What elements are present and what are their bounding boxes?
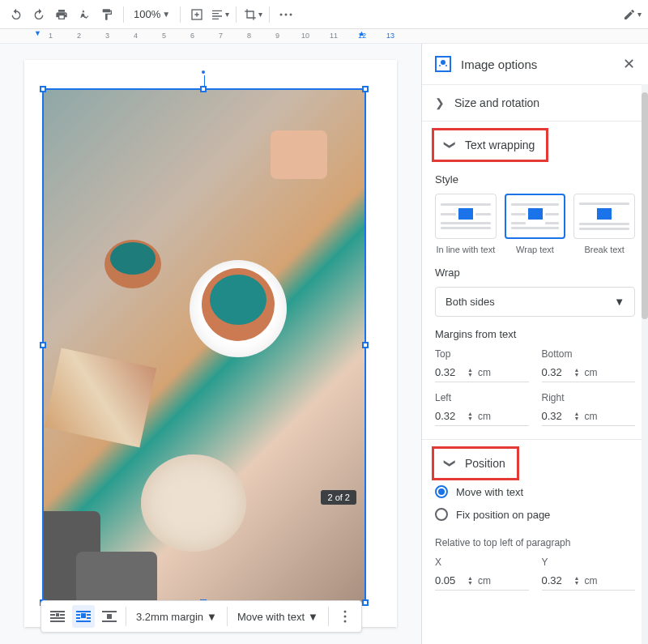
svg-rect-12 [81, 613, 86, 618]
resize-handle-mr[interactable] [362, 342, 369, 348]
style-caption: Wrap text [505, 244, 566, 255]
zoom-dropdown[interactable]: 100%▼ [130, 8, 173, 20]
image-layout-toolbar: 3.2mm margin▼ Move with text▼ [40, 600, 362, 633]
svg-rect-11 [76, 614, 80, 616]
move-value: Move with text [237, 611, 305, 623]
selection-counter: 2 of 2 [321, 490, 356, 505]
field-label: Left [435, 392, 529, 403]
inline-layout-button[interactable] [46, 605, 69, 628]
break-layout-button[interactable] [98, 605, 121, 628]
margin-right-field: Right ▲▼cm [542, 392, 636, 426]
sidebar-header: Image options ✕ [422, 44, 648, 84]
style-caption: In line with text [435, 244, 497, 255]
section-toggle-size[interactable]: ❯ Size and rotation [422, 85, 648, 121]
dropdown-icon: ▼ [614, 296, 625, 308]
radio-label: Fix position on page [456, 509, 550, 521]
crop-button[interactable]: ▾ [243, 5, 262, 24]
style-inline[interactable]: In line with text [435, 194, 497, 255]
resize-handle-tl[interactable] [40, 86, 46, 92]
redo-button[interactable] [29, 5, 49, 24]
wrap-select[interactable]: Both sides ▼ [435, 287, 635, 317]
margin-dropdown[interactable]: 3.2mm margin▼ [131, 611, 222, 623]
stepper[interactable]: ▲▼ [574, 412, 580, 421]
radio-fix-position[interactable]: Fix position on page [435, 503, 635, 526]
horizontal-ruler[interactable]: ▼ 12345678910111213 ▲ [0, 29, 648, 44]
print-button[interactable] [52, 5, 71, 24]
position-grid: X ▲▼cm Y ▲▼cm [435, 557, 635, 591]
image-options-sidebar: Image options ✕ ❯ Size and rotation ❯ Te… [421, 44, 648, 644]
position-x-field: X ▲▼cm [435, 557, 529, 591]
wrap-layout-button[interactable] [72, 605, 95, 628]
unit: cm [478, 367, 491, 378]
radio-icon [435, 485, 448, 498]
radio-move-with-text[interactable]: Move with text [435, 480, 635, 503]
margin-top-field: Top ▲▼cm [435, 348, 529, 382]
resize-handle-tm[interactable] [200, 86, 207, 92]
svg-rect-16 [76, 621, 91, 622]
stepper[interactable]: ▲▼ [467, 412, 473, 421]
stepper[interactable]: ▲▼ [574, 368, 580, 377]
spellcheck-button[interactable] [75, 5, 94, 24]
move-dropdown[interactable]: Move with text▼ [232, 611, 323, 623]
unit: cm [478, 575, 491, 586]
svg-point-22 [343, 621, 346, 623]
margins-grid: Top ▲▼cm Bottom ▲▼cm Left ▲▼cm Right ▲▼c… [435, 348, 635, 426]
position-y-input[interactable] [542, 574, 574, 586]
field-label: Bottom [542, 348, 636, 360]
document-canvas[interactable]: 2 of 2 3.2mm margin▼ Move with text▼ [0, 44, 421, 644]
svg-rect-18 [107, 614, 112, 619]
field-label: Y [542, 557, 636, 568]
svg-rect-8 [50, 617, 65, 619]
wrap-value: Both sides [446, 296, 495, 308]
margin-bottom-field: Bottom ▲▼cm [542, 348, 636, 382]
image-content [44, 90, 364, 602]
add-button[interactable] [187, 5, 207, 24]
section-toggle-wrap[interactable]: ❯ Text wrapping [434, 130, 546, 160]
resize-handle-ml[interactable] [40, 342, 46, 348]
section-label: Position [465, 457, 505, 470]
svg-rect-6 [56, 613, 59, 616]
rotation-handle[interactable] [200, 69, 207, 75]
relative-label: Relative to top left of paragraph [435, 537, 635, 548]
margin-right-input[interactable] [542, 410, 574, 422]
section-toggle-position[interactable]: ❯ Position [434, 449, 517, 478]
selected-image[interactable]: 2 of 2 [42, 88, 366, 603]
stepper[interactable]: ▲▼ [467, 368, 473, 377]
separator [123, 6, 124, 23]
field-label: Right [542, 392, 636, 403]
style-break[interactable]: Break text [573, 194, 635, 255]
chevron-right-icon: ❯ [435, 96, 445, 109]
scrollbar-thumb[interactable] [642, 92, 648, 319]
more-button[interactable] [276, 5, 296, 24]
margin-left-input[interactable] [435, 410, 467, 422]
document-page: 2 of 2 [24, 60, 397, 627]
separator [126, 607, 126, 626]
unit: cm [584, 575, 597, 586]
stepper[interactable]: ▲▼ [574, 576, 580, 586]
resize-handle-br[interactable] [362, 599, 369, 606]
resize-handle-tr[interactable] [362, 86, 369, 92]
svg-rect-17 [102, 611, 117, 612]
margin-top-input[interactable] [435, 366, 467, 378]
edit-pencil-button[interactable]: ▾ [622, 5, 642, 24]
align-button[interactable]: ▾ [210, 5, 229, 24]
field-label: X [435, 557, 529, 568]
style-caption: Break text [573, 244, 635, 255]
style-options: In line with text Wrap text Break text [435, 194, 635, 255]
position-x-input[interactable] [435, 574, 467, 586]
stepper[interactable]: ▲▼ [467, 576, 473, 586]
margin-value: 3.2mm margin [136, 611, 203, 623]
more-options-button[interactable] [334, 605, 356, 628]
section-label: Size and rotation [454, 96, 539, 109]
separator [227, 607, 228, 626]
margin-bottom-input[interactable] [542, 366, 574, 378]
paint-format-button[interactable] [97, 5, 117, 24]
svg-point-2 [285, 13, 288, 15]
svg-rect-10 [76, 611, 91, 612]
undo-button[interactable] [6, 5, 26, 24]
separator [236, 6, 237, 23]
style-wrap[interactable]: Wrap text [505, 194, 566, 255]
unit: cm [584, 411, 597, 422]
close-button[interactable]: ✕ [623, 55, 635, 73]
chevron-down-icon: ❯ [444, 140, 457, 150]
